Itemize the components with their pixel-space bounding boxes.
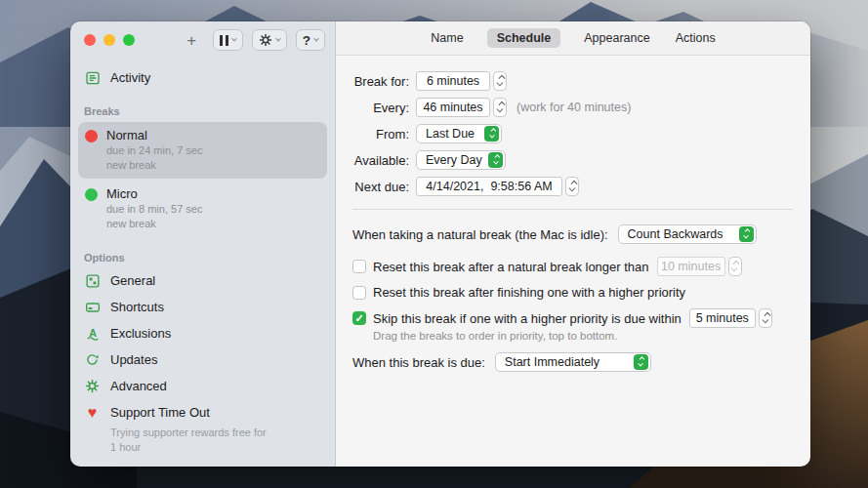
window-controls bbox=[84, 34, 135, 46]
reset-natural-field: 10 minutes bbox=[657, 257, 725, 276]
sidebar-item-exclusions[interactable]: A Exclusions bbox=[70, 320, 335, 346]
every-label: Every: bbox=[352, 101, 409, 115]
reset-finish-checkbox[interactable] bbox=[352, 286, 366, 300]
break-kind: new break bbox=[106, 217, 202, 230]
activity-icon bbox=[84, 69, 101, 86]
chevron-down-icon bbox=[231, 36, 237, 42]
next-due-field[interactable]: 4/14/2021, 9:58:56 AM bbox=[416, 177, 562, 196]
pause-icon bbox=[220, 35, 228, 46]
chevron-down-icon bbox=[275, 36, 281, 42]
sidebar-item-advanced[interactable]: Advanced bbox=[70, 373, 335, 399]
general-icon bbox=[84, 272, 101, 289]
titlebar: + ? bbox=[70, 21, 335, 59]
work-note: (work for 40 minutes) bbox=[517, 101, 631, 114]
available-popup-value: Every Day bbox=[426, 153, 482, 167]
close-window-button[interactable] bbox=[84, 34, 96, 46]
sidebar-item-label: Activity bbox=[110, 70, 150, 85]
sidebar-item-shortcuts[interactable]: Shortcuts bbox=[70, 294, 335, 320]
sidebar-item-support[interactable]: ♥ Support Time Out bbox=[70, 399, 335, 426]
svg-text:A: A bbox=[89, 326, 97, 338]
sidebar-item-label: Exclusions bbox=[110, 326, 171, 341]
chevron-down-icon bbox=[313, 36, 319, 42]
pause-menu-button[interactable] bbox=[213, 29, 243, 51]
natural-break-label: When taking a natural break (the Mac is … bbox=[352, 227, 608, 242]
toolbar: + ? bbox=[179, 29, 325, 51]
popup-arrows-icon bbox=[634, 354, 648, 370]
sidebar-item-general[interactable]: General bbox=[70, 267, 335, 294]
break-due-popup[interactable]: Start Immediately bbox=[495, 352, 651, 372]
break-item-micro[interactable]: Micro due in 8 min, 57 sec new break bbox=[78, 181, 327, 237]
every-field[interactable]: 46 minutes bbox=[416, 98, 490, 117]
app-window: + ? bbox=[70, 21, 810, 467]
every-stepper[interactable] bbox=[493, 98, 507, 117]
sidebar: + ? bbox=[70, 21, 336, 467]
settings-menu-button[interactable] bbox=[252, 29, 287, 51]
sidebar-item-label: General bbox=[110, 273, 155, 288]
break-for-stepper[interactable] bbox=[493, 71, 507, 91]
break-color-dot bbox=[85, 188, 98, 201]
tab-bar: Name Schedule Appearance Actions bbox=[336, 21, 810, 56]
reset-natural-checkbox[interactable] bbox=[352, 260, 366, 273]
break-kind: new break bbox=[106, 158, 202, 172]
break-due: due in 8 min, 57 sec bbox=[106, 202, 202, 216]
section-label-options: Options bbox=[70, 237, 335, 267]
divider bbox=[352, 209, 793, 210]
break-name: Normal bbox=[106, 128, 202, 142]
from-popup-value: Last Due bbox=[426, 127, 475, 141]
sidebar-item-label: Advanced bbox=[110, 379, 167, 393]
shortcuts-icon bbox=[84, 299, 101, 315]
detail-panel: Name Schedule Appearance Actions Break f… bbox=[336, 21, 810, 467]
break-for-label: Break for: bbox=[352, 74, 409, 89]
tab-name[interactable]: Name bbox=[429, 28, 465, 48]
sidebar-item-updates[interactable]: Updates bbox=[70, 346, 335, 373]
skip-break-stepper[interactable] bbox=[759, 308, 772, 328]
exclusions-icon: A bbox=[84, 325, 101, 342]
from-popup[interactable]: Last Due bbox=[416, 124, 502, 143]
natural-break-popup[interactable]: Count Backwards bbox=[618, 224, 757, 244]
available-popup[interactable]: Every Day bbox=[416, 150, 506, 170]
reset-natural-label[interactable]: Reset this break after a natural break l… bbox=[373, 260, 649, 274]
tab-actions[interactable]: Actions bbox=[674, 28, 718, 48]
break-color-dot bbox=[85, 130, 98, 142]
section-label-breaks: Breaks bbox=[70, 91, 335, 121]
reset-finish-label[interactable]: Reset this break after finishing one wit… bbox=[373, 285, 685, 300]
break-due: due in 24 min, 7 sec bbox=[106, 143, 202, 157]
next-due-label: Next due: bbox=[352, 180, 409, 194]
tab-appearance[interactable]: Appearance bbox=[582, 28, 651, 48]
checkmark-icon: ✓ bbox=[354, 313, 363, 324]
natural-break-popup-value: Count Backwards bbox=[628, 227, 723, 241]
zoom-window-button[interactable] bbox=[123, 34, 135, 46]
add-break-button[interactable]: + bbox=[179, 29, 204, 51]
question-icon: ? bbox=[303, 33, 310, 48]
sidebar-item-label: Shortcuts bbox=[110, 300, 164, 314]
drag-note: Drag the breaks to order in priority, to… bbox=[373, 330, 793, 342]
heart-icon: ♥ bbox=[84, 404, 101, 421]
plus-icon: + bbox=[186, 32, 196, 49]
break-item-normal[interactable]: Normal due in 24 min, 7 sec new break bbox=[78, 122, 327, 179]
break-name: Micro bbox=[106, 186, 202, 201]
minimize-window-button[interactable] bbox=[103, 34, 115, 46]
popup-arrows-icon bbox=[488, 152, 503, 168]
skip-break-field[interactable]: 5 minutes bbox=[689, 308, 756, 328]
from-label: From: bbox=[352, 127, 409, 142]
sidebar-item-label: Support Time Out bbox=[110, 405, 210, 420]
break-due-popup-value: Start Immediately bbox=[505, 355, 599, 369]
break-due-label: When this break is due: bbox=[352, 355, 485, 370]
support-subtitle: Trying supporter rewards free for 1 hour bbox=[70, 426, 280, 461]
break-for-field[interactable]: 6 minutes bbox=[416, 71, 490, 91]
sidebar-item-activity[interactable]: Activity bbox=[70, 64, 335, 91]
advanced-gear-icon bbox=[84, 378, 101, 394]
popup-arrows-icon bbox=[484, 126, 499, 142]
schedule-form: Break for: 6 minutes Every: 46 minutes (… bbox=[336, 56, 810, 381]
gear-icon bbox=[259, 33, 272, 47]
next-due-stepper[interactable] bbox=[565, 177, 579, 196]
help-menu-button[interactable]: ? bbox=[296, 29, 325, 51]
skip-break-checkbox[interactable]: ✓ bbox=[352, 311, 366, 325]
available-label: Available: bbox=[352, 153, 409, 168]
popup-arrows-icon bbox=[739, 226, 754, 242]
skip-break-label[interactable]: Skip this break if one with a higher pri… bbox=[373, 311, 682, 326]
updates-icon bbox=[84, 351, 101, 368]
sidebar-item-label: Updates bbox=[110, 352, 157, 367]
tab-schedule[interactable]: Schedule bbox=[487, 28, 561, 48]
reset-natural-stepper bbox=[728, 257, 742, 276]
